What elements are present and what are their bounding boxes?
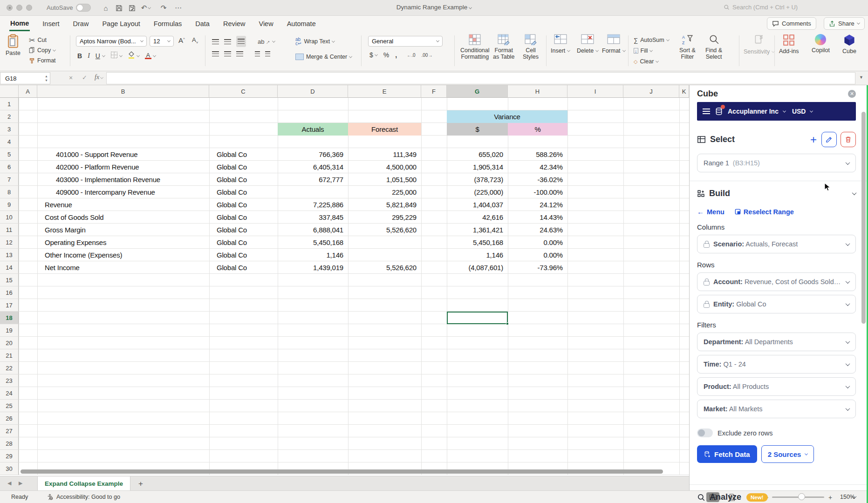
currency-selector[interactable]: USD (792, 108, 806, 115)
cell-G9[interactable]: 1,404,037 (447, 198, 503, 211)
bold-button[interactable]: B (77, 52, 82, 60)
increase-indent-icon[interactable] (265, 51, 270, 56)
row-header-17[interactable]: 17 (0, 299, 19, 312)
cell-H14[interactable]: -73.96% (508, 261, 563, 274)
cell-H9[interactable]: 24.12% (508, 198, 563, 211)
menu-link[interactable]: ←Menu (697, 208, 724, 216)
row-header-5[interactable]: 5 (0, 148, 19, 161)
increase-decimal-button[interactable]: ←.0 (407, 53, 415, 58)
font-color-button[interactable]: A (145, 53, 151, 59)
select-all-corner[interactable] (0, 85, 19, 98)
filter-dropdown-product[interactable]: Product: All Products (697, 377, 856, 396)
row-header-16[interactable]: 16 (0, 286, 19, 299)
column-header-I[interactable]: I (567, 85, 623, 98)
cell-C5[interactable]: Global Co (217, 148, 278, 161)
row-header-15[interactable]: 15 (0, 274, 19, 286)
spreadsheet-grid[interactable]: ABCDEFGHIJK 1234567891011121314151617181… (0, 85, 689, 476)
panel-close-icon[interactable]: ✕ (848, 90, 856, 98)
row-header-30[interactable]: 30 (0, 462, 19, 475)
row-header-28[interactable]: 28 (0, 437, 19, 450)
row-header-4[interactable]: 4 (0, 136, 19, 148)
cell-actuals-header[interactable]: Actuals (278, 123, 348, 136)
cell-C8[interactable]: Global Co (217, 186, 278, 198)
fill-handle[interactable] (506, 322, 509, 325)
borders-button[interactable] (110, 51, 118, 61)
align-top-icon[interactable] (212, 39, 219, 44)
insert-cells-button[interactable]: Insert (551, 34, 570, 55)
row-header-22[interactable]: 22 (0, 362, 19, 374)
cell-H8[interactable]: -100.00% (508, 186, 563, 198)
cell-D9[interactable]: 7,225,886 (278, 198, 343, 211)
find-select-button[interactable]: Find &Select (705, 34, 722, 60)
cell-H6[interactable]: 42.34% (508, 161, 563, 173)
cell-E10[interactable]: 295,229 (348, 211, 417, 224)
orientation-button[interactable]: ab→ (258, 38, 270, 45)
entity-dropdown[interactable]: Entity: Global Co (697, 295, 856, 313)
cancel-entry-icon[interactable]: × (69, 74, 73, 82)
name-box[interactable]: G18 ▲▼ (0, 72, 50, 84)
cell-B13[interactable]: Other Income (Expenses) (45, 249, 209, 261)
cell-D10[interactable]: 337,845 (278, 211, 343, 224)
row-header-25[interactable]: 25 (0, 400, 19, 412)
cell-B9[interactable]: Revenue (45, 198, 209, 211)
range-select-dropdown[interactable]: Range 1 (B3:H15) (697, 154, 856, 172)
filter-dropdown-market[interactable]: Market: All Markets (697, 400, 856, 418)
row-header-21[interactable]: 21 (0, 349, 19, 362)
column-header-C[interactable]: C (209, 85, 278, 98)
column-header-F[interactable]: F (421, 85, 447, 98)
sort-filter-button[interactable]: AZ Sort &Filter (679, 34, 696, 60)
row-header-6[interactable]: 6 (0, 161, 19, 173)
cell-C10[interactable]: Global Co (217, 211, 278, 224)
row-header-10[interactable]: 10 (0, 211, 19, 224)
cell-H7[interactable]: -36.02% (508, 173, 563, 186)
align-left-icon[interactable] (212, 51, 219, 56)
scenario-dropdown[interactable]: Scenario: Actuals, Forecast (697, 235, 856, 253)
column-header-G[interactable]: G (447, 85, 508, 98)
column-header-A[interactable]: A (19, 85, 37, 98)
sheet-next-icon[interactable]: ▶ (19, 480, 22, 486)
addins-button[interactable]: Add-ins (779, 34, 799, 54)
percent-format-button[interactable]: % (383, 51, 389, 59)
currency-format-button[interactable]: $ (369, 51, 373, 59)
database-icon[interactable] (715, 107, 723, 116)
cell-D11[interactable]: 6,888,041 (278, 224, 343, 236)
ribbon-tab-view[interactable]: View (258, 17, 274, 30)
cut-button[interactable]: ✂Cut (29, 35, 56, 45)
align-right-icon[interactable] (236, 51, 243, 56)
column-header-H[interactable]: H (508, 85, 567, 98)
cell-H12[interactable]: 0.00% (508, 236, 563, 249)
panel-scrollbar[interactable] (861, 112, 866, 324)
cell-C7[interactable]: Global Co (217, 173, 278, 186)
cell-D6[interactable]: 6,405,314 (278, 161, 343, 173)
merge-center-button[interactable]: Merge & Center (295, 52, 352, 61)
ribbon-tab-draw[interactable]: Draw (72, 17, 90, 30)
cell-C14[interactable]: Global Co (217, 261, 278, 274)
cell-E11[interactable]: 5,526,620 (348, 224, 417, 236)
sheet-prev-icon[interactable]: ◀ (7, 480, 11, 486)
row-header-9[interactable]: 9 (0, 198, 19, 211)
sources-dropdown[interactable]: 2 Sources (761, 445, 814, 463)
align-center-icon[interactable] (224, 51, 231, 56)
copilot-button[interactable]: Copilot (812, 34, 830, 54)
fetch-data-button[interactable]: Fetch Data (697, 445, 757, 463)
cell-B14[interactable]: Net Income (45, 261, 209, 274)
ribbon-tab-formulas[interactable]: Formulas (153, 17, 183, 30)
cell-C11[interactable]: Global Co (217, 224, 278, 236)
cell-B8[interactable]: 409000 - Intercompany Revenue (56, 186, 209, 198)
formula-bar-expand-icon[interactable]: ▼ (859, 75, 863, 80)
decrease-decimal-button[interactable]: .00→ (421, 53, 432, 58)
add-sheet-button[interactable]: + (135, 478, 146, 489)
cell-H5[interactable]: 588.26% (508, 148, 563, 161)
increase-font-icon[interactable]: A^ (178, 36, 185, 44)
cell-D13[interactable]: 1,146 (278, 249, 343, 261)
account-dropdown[interactable]: Account: Revenue, Cost of Goods Sold, ..… (697, 272, 856, 291)
menu-icon[interactable] (703, 109, 710, 114)
cell-E14[interactable]: 5,526,620 (348, 261, 417, 274)
cell-C12[interactable]: Global Co (217, 236, 278, 249)
cell-G11[interactable]: 1,361,421 (447, 224, 503, 236)
reselect-range-link[interactable]: Reselect Range (735, 208, 794, 216)
cell-forecast-header[interactable]: Forecast (348, 123, 421, 136)
cell-B10[interactable]: Cost of Goods Sold (45, 211, 209, 224)
row-header-14[interactable]: 14 (0, 261, 19, 274)
row-header-8[interactable]: 8 (0, 186, 19, 198)
